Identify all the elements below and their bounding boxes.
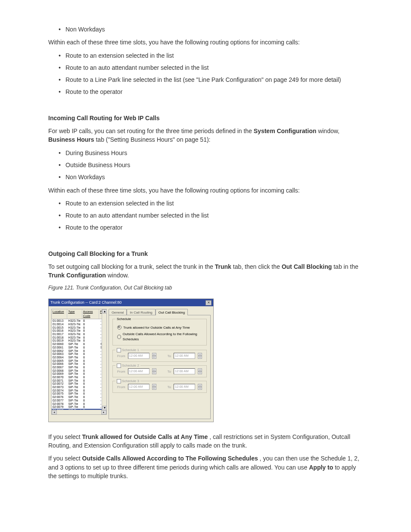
- table-row[interactable]: 02:0060SIP-Tie8Sti: [52, 342, 106, 346]
- schedule-1-from-input[interactable]: 12:00 AM: [128, 353, 149, 359]
- scroll-up-icon[interactable]: ▴: [102, 309, 107, 314]
- vertical-scrollbar[interactable]: ▴ ▾: [102, 309, 106, 410]
- list-item: Outside Business Hours: [61, 161, 363, 169]
- schedule-2-to-input[interactable]: 12:00 AM: [174, 368, 195, 374]
- table-row[interactable]: 02:0064SIP-Tie8-: [52, 356, 106, 359]
- table-row[interactable]: 01:0017H323-Tie8-: [52, 333, 106, 336]
- schedule-2-checkbox[interactable]: [117, 364, 121, 368]
- spinner-icon[interactable]: ▴▾: [198, 368, 202, 374]
- webip-title: Incoming Call Routing for Web IP Calls: [48, 114, 363, 122]
- text-bold: Out Call Blocking: [282, 263, 332, 270]
- schedule-2-from-input[interactable]: 12:00 AM: [128, 368, 149, 374]
- col-access-code[interactable]: Access Code: [82, 309, 100, 319]
- table-row[interactable]: 02:0062SIP-Tie8-: [52, 349, 106, 353]
- table-row[interactable]: 01:0018H323-Tie8-: [52, 336, 106, 339]
- outcall-after1: If you select Trunk allowed for Outside …: [48, 432, 363, 450]
- schedule-3-from-input[interactable]: 12:00 AM: [128, 384, 149, 390]
- text-bold: Trunk allowed for Outside Calls at Any T…: [82, 433, 208, 440]
- list-item: Route to an extension selected in the li…: [61, 51, 363, 60]
- table-row[interactable]: 01:0019H323-Tie8-: [52, 339, 106, 342]
- to-label: To: [168, 354, 171, 359]
- table-row[interactable]: 02:0072SIP-Tie8-: [52, 382, 106, 386]
- to-label: To: [168, 369, 171, 374]
- spinner-icon[interactable]: ▴▾: [198, 384, 202, 390]
- table-row[interactable]: 02:0074SIP-Tie8-: [52, 389, 106, 392]
- table-row[interactable]: 02:0068SIP-Tie8-: [52, 369, 106, 373]
- horizontal-scrollbar[interactable]: ◂ ▸: [52, 410, 106, 414]
- text: tab, then click the: [233, 263, 282, 270]
- table-row[interactable]: 02:0073SIP-Tie8-: [52, 386, 106, 389]
- text: To set outgoing call blocking for a trun…: [48, 263, 215, 270]
- text: If you select: [48, 433, 82, 440]
- trunk-list-table[interactable]: Location Type Access Code Ph 01:0013H323…: [51, 309, 107, 415]
- text: window,: [318, 128, 339, 134]
- text: If you select: [48, 455, 82, 462]
- tab-general[interactable]: General: [109, 309, 127, 315]
- webip-para1: For web IP calls, you can set routing fo…: [48, 127, 363, 144]
- table-row[interactable]: 02:0070SIP-Tie8-: [52, 376, 106, 379]
- text-bold: Business Hours: [48, 136, 94, 143]
- list-item: Non Workdays: [61, 173, 363, 181]
- table-row[interactable]: 01:0015H323-Tie8-: [52, 326, 106, 330]
- text: tab ("Setting Business Hours" on page 51…: [96, 136, 210, 143]
- table-row[interactable]: 01:0013H323-Tie8-: [52, 319, 106, 323]
- schedule-1-to-input[interactable]: 12:00 AM: [174, 353, 195, 359]
- table-row[interactable]: 02:0067SIP-Tie8-: [52, 366, 106, 369]
- from-label: From: [117, 369, 125, 374]
- schedule-3-checkbox[interactable]: [117, 379, 121, 383]
- table-row[interactable]: 02:0071SIP-Tie8-: [52, 379, 106, 383]
- webip-bullets-b: Route to an extension selected in the li…: [61, 199, 363, 232]
- col-type[interactable]: Type: [67, 309, 82, 319]
- radio-by-schedule[interactable]: [117, 335, 121, 339]
- col-location[interactable]: Location: [52, 309, 67, 319]
- schedule-1-label: Schedule 1: [122, 348, 139, 353]
- text-bold: System Configuration: [254, 128, 316, 134]
- text-bold: Outside Calls Allowed According to The F…: [82, 455, 258, 462]
- webip-line2: Within each of these three time slots, y…: [48, 186, 363, 195]
- table-row[interactable]: 02:0078SIP-Tie8-: [52, 402, 106, 406]
- text-bold: Trunk: [215, 263, 231, 270]
- text: window.: [108, 272, 129, 279]
- table-row[interactable]: 02:0065SIP-Tie8-: [52, 359, 106, 363]
- table-row[interactable]: 02:0066SIP-Tie8-: [52, 362, 106, 366]
- table-row[interactable]: 02:0076SIP-Tie8-: [52, 395, 106, 399]
- table-row[interactable]: 02:0075SIP-Tie8-: [52, 392, 106, 395]
- table-row[interactable]: 01:0014H323-Tie8-: [52, 323, 106, 326]
- list-item: Route to the operator: [61, 87, 363, 96]
- table-row[interactable]: 02:0079SIP-Tie8-: [52, 405, 106, 409]
- trunk-config-dialog: Trunk Configuration -- Card:2 Channel:80…: [48, 299, 214, 422]
- spinner-icon[interactable]: ▴▾: [152, 368, 156, 374]
- radio-anytime[interactable]: [117, 325, 121, 330]
- table-row[interactable]: 01:0016H323-Tie8-: [52, 329, 106, 333]
- list-item: Non Workdays: [61, 25, 363, 34]
- outcall-title: Outgoing Call Blocking for a Trunk: [48, 249, 363, 258]
- dialog-titlebar: Trunk Configuration -- Card:2 Channel:80…: [49, 299, 213, 306]
- close-icon[interactable]: ✕: [206, 300, 212, 305]
- text: tab in the: [333, 263, 358, 270]
- table-row[interactable]: 02:0063SIP-Tie8-: [52, 352, 106, 356]
- scroll-right-icon[interactable]: ▸: [101, 410, 106, 414]
- spinner-icon[interactable]: ▴▾: [198, 353, 202, 359]
- dialog-title: Trunk Configuration -- Card:2 Channel:80: [50, 300, 121, 305]
- table-row[interactable]: 02:0077SIP-Tie8-: [52, 399, 106, 402]
- schedule-fieldset: Schedule Trunk allowed for Outside Calls…: [112, 319, 207, 346]
- schedule-3-to-input[interactable]: 12:00 AM: [174, 384, 195, 390]
- table-row[interactable]: 02:0069SIP-Tie8-: [52, 372, 106, 376]
- schedule-1-checkbox[interactable]: [117, 348, 121, 352]
- tab-out-call-blocking[interactable]: Out Call Blocking: [156, 309, 188, 315]
- text-bold: Trunk Configuration: [48, 272, 106, 279]
- schedule-3-label: Schedule 3: [122, 379, 139, 384]
- schedule-2-block: Schedule 2 From 12:00 AM ▴▾ To 12:00 AM …: [112, 365, 207, 377]
- list-item: Route to the operator: [61, 223, 363, 232]
- to-label: To: [168, 385, 171, 390]
- table-row[interactable]: 02:0061SIP-Tie8Sti: [52, 346, 106, 349]
- from-label: From: [117, 354, 125, 359]
- tab-strip: General In Call Routing Out Call Blockin…: [109, 309, 211, 315]
- tab-in-call-routing[interactable]: In Call Routing: [127, 309, 155, 315]
- scroll-left-icon[interactable]: ◂: [52, 410, 57, 414]
- list-item: Route to an auto attendant number select…: [61, 211, 363, 220]
- spinner-icon[interactable]: ▴▾: [152, 384, 156, 390]
- spinner-icon[interactable]: ▴▾: [152, 353, 156, 359]
- schedule-3-block: Schedule 3 From 12:00 AM ▴▾ To 12:00 AM …: [112, 381, 207, 393]
- text: For web IP calls, you can set routing fo…: [48, 128, 254, 134]
